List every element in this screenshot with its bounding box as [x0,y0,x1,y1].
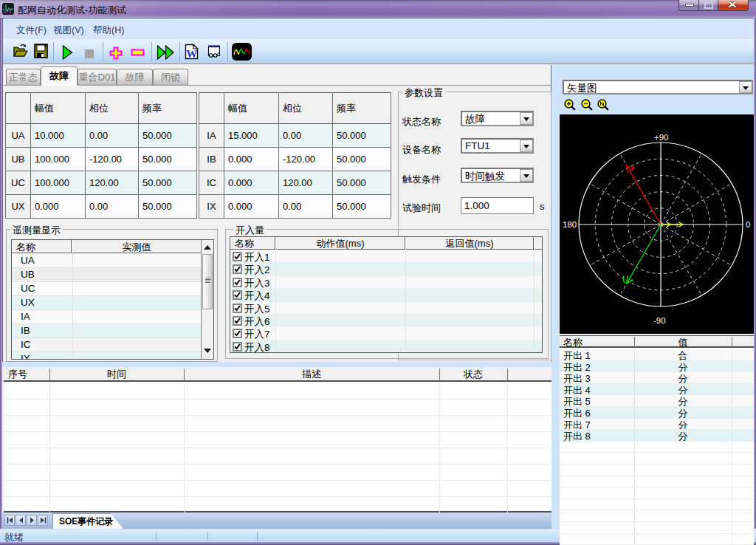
svg-text:0: 0 [746,220,750,229]
svg-text:180: 180 [563,220,577,229]
svg-text:-90: -90 [653,316,666,325]
svg-text:W: W [186,48,197,60]
svg-text:+90: +90 [654,133,669,142]
